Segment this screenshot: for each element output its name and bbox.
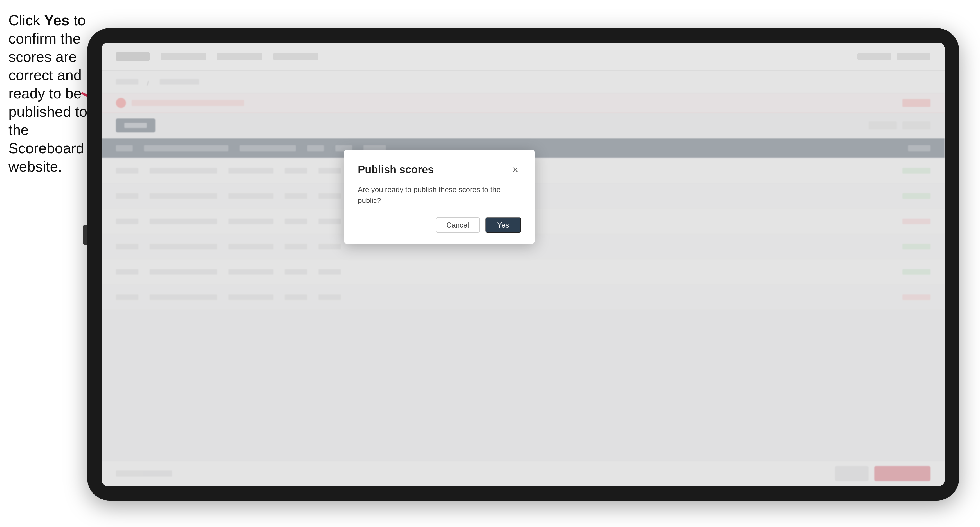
close-icon[interactable]: × <box>510 164 521 176</box>
app-content: / <box>102 43 945 486</box>
instruction-suffix: to confirm the scores are correct and re… <box>8 12 87 175</box>
yes-button[interactable]: Yes <box>485 217 521 233</box>
tablet-frame: / <box>87 28 959 500</box>
modal-footer: Cancel Yes <box>358 217 521 233</box>
instruction-bold: Yes <box>44 12 70 29</box>
tablet-screen: / <box>102 43 945 486</box>
modal-title: Publish scores <box>358 163 434 176</box>
instruction-text: Click Yes to confirm the scores are corr… <box>8 11 90 176</box>
cancel-button[interactable]: Cancel <box>436 217 480 233</box>
instruction-prefix: Click <box>8 12 44 29</box>
tablet-side-button <box>83 225 87 244</box>
modal-body-text: Are you ready to publish these scores to… <box>358 184 521 206</box>
modal-dialog: Publish scores × Are you ready to publis… <box>344 149 535 244</box>
modal-overlay <box>102 43 945 486</box>
modal-header: Publish scores × <box>358 163 521 176</box>
